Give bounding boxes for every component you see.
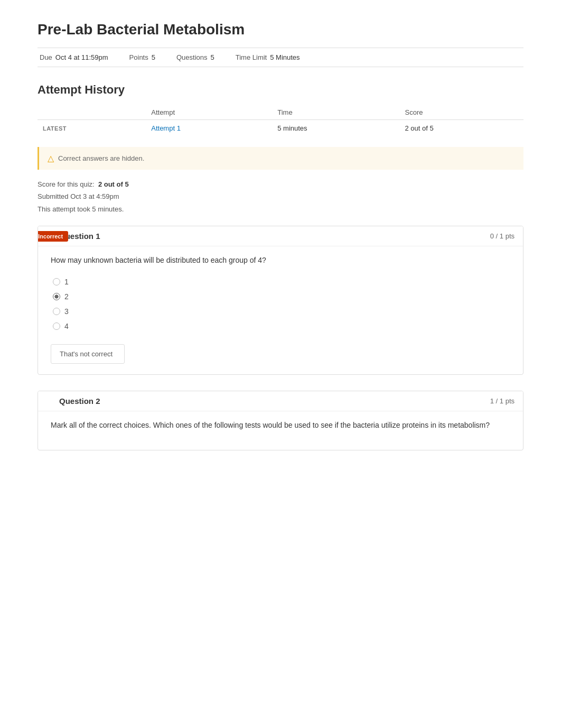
due-item: Due Oct 4 at 11:59pm <box>40 53 108 61</box>
time-limit-item: Time Limit 5 Minutes <box>236 53 300 61</box>
col-header-score: Score <box>400 105 524 120</box>
info-icon: △ <box>48 153 54 163</box>
option-1-3: 3 <box>51 304 510 319</box>
attempt-link[interactable]: Attempt 1 <box>151 124 181 132</box>
questions-item: Questions 5 <box>176 53 214 61</box>
meta-bar: Due Oct 4 at 11:59pm Points 5 Questions … <box>38 48 523 67</box>
table-row: LATEST Attempt 1 5 minutes 2 out of 5 <box>38 120 523 137</box>
info-box: △ Correct answers are hidden. <box>38 147 523 170</box>
info-message: Correct answers are hidden. <box>58 154 144 162</box>
page-title: Pre-Lab Bacterial Metabolism <box>38 21 523 38</box>
questions-label: Questions <box>176 53 208 61</box>
option-1-2: 2 <box>51 289 510 304</box>
score-label: Score for this quiz: <box>38 180 95 188</box>
due-label: Due <box>40 53 52 61</box>
answer-options-1: 1 2 3 4 <box>51 274 510 334</box>
option-1-1-label: 1 <box>64 278 69 286</box>
radio-1-3 <box>53 308 60 315</box>
attempt-score: 2 out of 5 <box>400 120 524 137</box>
feedback-text-1: That's not correct <box>60 350 113 358</box>
feedback-box-1: That's not correct <box>51 344 125 364</box>
question-2-title: Question 2 <box>59 397 100 406</box>
question-2-text: Mark all of the correct choices. Which o… <box>51 420 510 431</box>
attempt-history-title: Attempt History <box>38 83 523 97</box>
radio-1-2 <box>53 293 60 300</box>
question-header-2: Question 2 1 / 1 pts <box>38 391 523 411</box>
score-line: Score for this quiz: 2 out of 5 <box>38 178 523 190</box>
question-block-2: Question 2 1 / 1 pts Mark all of the cor… <box>38 391 523 450</box>
latest-label: LATEST <box>43 125 67 132</box>
option-1-1: 1 <box>51 274 510 289</box>
due-value: Oct 4 at 11:59pm <box>55 53 108 61</box>
question-1-text: How may unknown bacteria will be distrib… <box>51 255 510 266</box>
col-header-attempt: Attempt <box>146 105 272 120</box>
option-1-4: 4 <box>51 319 510 334</box>
submitted-line: Submitted Oct 3 at 4:59pm <box>38 190 523 202</box>
col-header-status <box>38 105 146 120</box>
time-limit-value: 5 Minutes <box>270 53 300 61</box>
attempt-table: Attempt Time Score LATEST Attempt 1 5 mi… <box>38 105 523 136</box>
option-1-3-label: 3 <box>64 307 69 316</box>
score-value: 2 out of 5 <box>98 180 129 188</box>
question-2-body: Mark all of the correct choices. Which o… <box>38 411 523 450</box>
time-limit-label: Time Limit <box>236 53 267 61</box>
attempt-time: 5 minutes <box>272 120 399 137</box>
points-value: 5 <box>152 53 155 61</box>
points-item: Points 5 <box>129 53 155 61</box>
question-block-1: Incorrect Question 1 0 / 1 pts How may u… <box>38 226 523 375</box>
question-2-points: 1 / 1 pts <box>490 397 515 405</box>
question-header-1: Incorrect Question 1 0 / 1 pts <box>38 226 523 246</box>
radio-1-4 <box>53 322 60 330</box>
option-1-2-label: 2 <box>64 292 69 301</box>
question-1-points: 0 / 1 pts <box>490 232 515 240</box>
question-1-body: How may unknown bacteria will be distrib… <box>38 246 523 374</box>
radio-1-1 <box>53 278 60 285</box>
questions-value: 5 <box>211 53 214 61</box>
col-header-time: Time <box>272 105 399 120</box>
duration-line: This attempt took 5 minutes. <box>38 203 523 215</box>
points-label: Points <box>129 53 148 61</box>
option-1-4-label: 4 <box>64 322 69 330</box>
incorrect-badge: Incorrect <box>38 231 68 242</box>
score-section: Score for this quiz: 2 out of 5 Submitte… <box>38 178 523 215</box>
